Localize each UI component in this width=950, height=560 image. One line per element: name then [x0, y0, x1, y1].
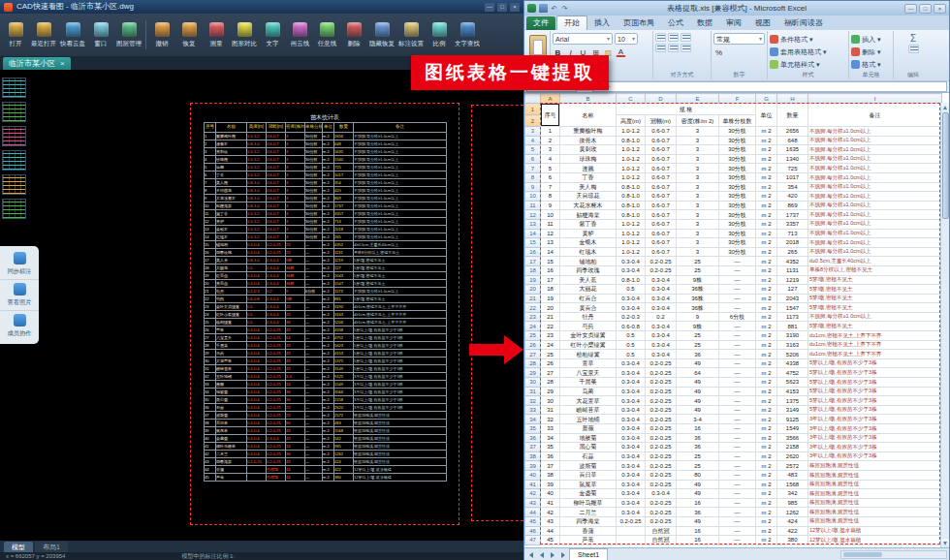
cell-E32[interactable]: 49 — [677, 396, 719, 406]
cell-I17[interactable]: d≥0.5cm,主蔓长40cm以上 — [808, 257, 942, 266]
cell-H28[interactable]: 4338 — [777, 358, 808, 368]
cell-G44[interactable]: m 2 — [756, 508, 777, 517]
cell-C30[interactable]: 0.3-0.4 — [617, 378, 646, 388]
cell-E38[interactable]: 25 — [677, 451, 719, 461]
cell-H31[interactable]: 4153 — [777, 387, 808, 396]
cell-D17[interactable]: 0.2-0.25 — [646, 257, 677, 266]
cell-E33[interactable]: 49 — [677, 405, 719, 415]
cell-C34[interactable]: 0.3-0.4 — [617, 415, 646, 424]
cell-C44[interactable]: 0.3-0.4 — [617, 508, 646, 517]
cell-A39[interactable]: 37 — [541, 461, 560, 471]
cell-A1[interactable]: 序号 — [541, 104, 560, 127]
prev-sheet-icon[interactable] — [537, 550, 546, 559]
cell-D20[interactable]: 0.3-0.4 — [646, 285, 677, 295]
cell-H14[interactable]: 713 — [777, 229, 808, 238]
cell-F23[interactable]: 6分枝 — [719, 312, 756, 322]
select-all-corner[interactable] — [525, 94, 541, 104]
cell-A8[interactable]: 6 — [541, 172, 560, 182]
cell-A16[interactable]: 14 — [541, 247, 560, 257]
cell-A43[interactable]: 41 — [541, 498, 560, 508]
cell-A19[interactable]: 17 — [541, 275, 560, 285]
cell-B35[interactable]: 蔷薇 — [560, 424, 617, 434]
cell-A15[interactable]: 13 — [541, 238, 560, 248]
panel-item-sync-annotation-icon[interactable]: 同步标注 — [0, 249, 39, 279]
cell-C40[interactable]: 0.3-0.4 — [617, 470, 646, 480]
cell-F9[interactable]: 30分枝 — [719, 182, 756, 192]
cell-C46[interactable] — [617, 526, 646, 536]
cell-H47[interactable]: 380 — [777, 536, 808, 545]
cell-I26[interactable]: d≥1cm,密植不见土,上齐下不齐 — [808, 340, 942, 350]
cell-G19[interactable]: m 2 — [756, 275, 777, 285]
cells-button-format-cells-icon[interactable]: 格式▾ — [851, 58, 891, 71]
ribbon-tab-文件[interactable]: 文件 — [526, 16, 555, 30]
ribbon-tab-数据[interactable]: 数据 — [690, 16, 719, 30]
cell-E36[interactable]: 36 — [677, 433, 719, 443]
row-header-19[interactable]: 19 — [525, 275, 541, 285]
cell-G41[interactable]: m 2 — [756, 480, 777, 489]
cell-A44[interactable]: 42 — [541, 508, 560, 517]
cell-G25[interactable]: m 2 — [756, 331, 777, 341]
cell-H32[interactable]: 1375 — [777, 396, 808, 406]
cell-G36[interactable]: m 2 — [756, 433, 777, 443]
cell-D19[interactable]: 0.3-0.4 — [646, 275, 677, 285]
cell-C8[interactable]: 1.0-1.2 — [617, 172, 646, 182]
cell-H21[interactable]: 2043 — [777, 294, 808, 303]
row-header-37[interactable]: 37 — [525, 443, 541, 452]
col-header-C[interactable]: C — [617, 94, 646, 104]
cell-B29[interactable]: 八宝景天 — [560, 368, 617, 378]
cell-H17[interactable]: 4352 — [777, 257, 808, 266]
cell-G38[interactable]: m 2 — [756, 451, 777, 461]
cell-A31[interactable]: 29 — [541, 387, 560, 396]
cell-A10[interactable]: 8 — [541, 192, 560, 202]
align-right-icon[interactable] — [681, 44, 691, 52]
cell-C26[interactable]: 0.5 — [617, 340, 646, 350]
sheet-tab-sheet1[interactable]: Sheet1 — [569, 548, 608, 560]
cell-H46[interactable]: 422 — [777, 526, 808, 536]
panel-item-collaboration-icon[interactable]: 成员协作 — [0, 310, 39, 341]
row-header-24[interactable]: 24 — [525, 322, 541, 331]
cell-D26[interactable]: 0.3-0.4 — [646, 340, 677, 350]
cell-A46[interactable]: 44 — [541, 526, 560, 536]
cell-D14[interactable]: 0.6-0.7 — [646, 229, 677, 238]
cell-I47[interactable]: 12芽以上/墩,挺水栽植 — [808, 536, 942, 545]
cell-H4[interactable]: 648 — [777, 136, 808, 145]
panel-item-view-photo-icon[interactable]: 查看照片 — [0, 279, 39, 310]
cell-G35[interactable]: m 2 — [756, 424, 777, 434]
row-header-46[interactable]: 46 — [525, 526, 541, 536]
cell-E27[interactable]: 36 — [677, 350, 719, 359]
cell-E13[interactable]: 3 — [677, 219, 719, 229]
cell-D13[interactable]: 0.6-0.7 — [646, 219, 677, 229]
cell-C32[interactable]: 0.3-0.4 — [617, 396, 646, 406]
cell-I9[interactable]: 不脱脚,每分枝≥1.0cm以上 — [808, 182, 942, 192]
align-bottom-icon[interactable] — [681, 33, 691, 42]
align-left-icon[interactable] — [655, 44, 666, 52]
cell-B25[interactable]: 金叶女贞绿篱 — [560, 331, 617, 341]
cell-C16[interactable]: 1.0-1.2 — [617, 247, 646, 257]
row-header-30[interactable]: 30 — [525, 378, 541, 388]
cell-I24[interactable]: 5芽/墩,密植不见土 — [808, 322, 942, 331]
cell-H8[interactable]: 1017 — [777, 172, 808, 182]
cell-G13[interactable]: m 2 — [756, 219, 777, 229]
cell-I40[interactable]: 株苗冠饱满,观赏性佳 — [808, 470, 942, 480]
cell-D27[interactable]: 0.3-0.4 — [646, 350, 677, 359]
col-header-F[interactable]: F — [719, 94, 756, 104]
cell-I35[interactable]: 3年以上/墩,有效苗不少于3株 — [808, 424, 942, 434]
cell-A13[interactable]: 11 — [541, 219, 560, 229]
cell-B17[interactable]: 铺地柏 — [560, 257, 617, 266]
cell-F3[interactable]: 30分枝 — [719, 127, 756, 137]
cell-B12[interactable]: 贴梗海棠 — [560, 210, 617, 220]
cell-I25[interactable]: d≥1cm,密植不见土,上齐下不齐 — [808, 331, 942, 341]
cell-C4[interactable]: 0.8-1.0 — [617, 136, 646, 145]
cell-D9[interactable]: 0.6-0.7 — [646, 182, 677, 192]
row-header-4[interactable]: 4 — [525, 136, 541, 145]
cell-D3[interactable]: 0.6-0.7 — [646, 127, 677, 137]
cell-B18[interactable]: 四季玫瑰 — [560, 265, 617, 275]
cell-E18[interactable]: 25 — [677, 265, 719, 275]
cell-I10[interactable]: 不脱脚,每分枝≥1.0cm以上 — [808, 192, 942, 202]
cad-drawing-canvas[interactable]: 同步标注查看照片成员协作 苗木统计表 序号名称高度(m)冠幅(m)密度(株/m … — [0, 70, 523, 541]
cell-B42[interactable]: 金盏菊 — [560, 489, 617, 499]
cell-C9[interactable]: 0.8-1.0 — [617, 182, 646, 192]
cell-I32[interactable]: 5芽以上/墩,有效苗不少于3株 — [808, 396, 942, 406]
cell-H42[interactable]: 342 — [777, 489, 808, 499]
ribbon-tab-福昕阅读器[interactable]: 福昕阅读器 — [777, 16, 830, 30]
